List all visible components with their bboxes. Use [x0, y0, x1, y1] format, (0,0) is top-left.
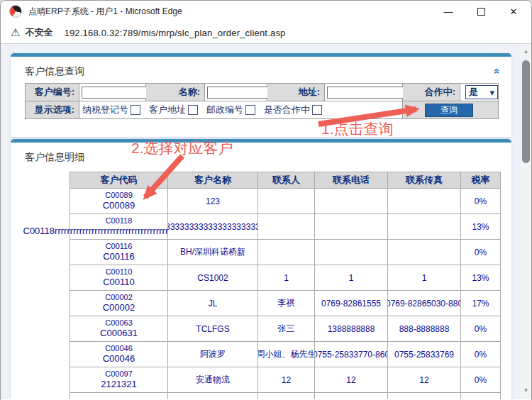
cooperating-label: 合作中:	[403, 84, 460, 101]
security-label[interactable]: 不安全	[25, 26, 52, 39]
option-cooperating-label: 是否合作中	[264, 104, 310, 116]
annotation-step1: 1.点击查询	[321, 119, 394, 139]
option-postcode-label: 邮政编号	[206, 104, 243, 116]
close-icon: ✕	[510, 6, 518, 17]
browser-window: 点晴ERP子系统 - 用户1 - Microsoft Edge — ✕ ⚠ 不安…	[0, 0, 532, 400]
cooperating-checkbox[interactable]	[312, 105, 322, 115]
site-favicon-icon	[9, 5, 22, 18]
name-label: 名称:	[146, 84, 204, 101]
address-label: 地址:	[267, 84, 324, 101]
close-button[interactable]: ✕	[497, 1, 530, 22]
customer-no-label: 客户编号:	[26, 84, 79, 101]
window-title: 点晴ERP子系统 - 用户1 - Microsoft Edge	[28, 6, 182, 18]
scroll-down-icon[interactable]: ▼	[521, 387, 531, 394]
name-input[interactable]	[207, 87, 268, 99]
window-controls: — ✕	[432, 1, 530, 22]
scrollbar-thumb[interactable]	[522, 60, 530, 163]
query-form: 客户编号: 名称: 地址: 合作中: 是 ▾ 显示选项: 纳税登记号 客户地址	[25, 83, 499, 119]
url-text[interactable]: 192.168.0.32:789/mis/mrp/slc_plan_order_…	[64, 28, 285, 38]
option-address-label: 客户地址	[149, 104, 186, 116]
display-options-label: 显示选项:	[26, 101, 79, 118]
query-panel: 客户信息查询 « 客户编号: 名称: 地址: 合作中: 是 ▾ 显示选项:	[11, 53, 511, 137]
scroll-up-icon[interactable]: ▲	[521, 48, 531, 55]
detail-panel-title: 客户信息明细	[25, 151, 84, 164]
tax-reg-checkbox[interactable]	[131, 105, 140, 115]
annotation-step2: 2.选择对应客户	[131, 138, 233, 158]
col-header-code: 客户代码	[70, 172, 167, 188]
collapse-panel-icon[interactable]: «	[491, 68, 503, 74]
chevron-down-icon: ▾	[489, 87, 494, 98]
postcode-checkbox[interactable]	[245, 105, 255, 115]
cooperating-select[interactable]: 是 ▾	[465, 85, 498, 99]
option-tax-reg-label: 纳税登记号	[82, 104, 128, 116]
warning-icon: ⚠	[11, 26, 20, 39]
col-header-phone: 联系电话	[315, 172, 387, 188]
address-input[interactable]	[327, 87, 405, 99]
col-header-contact: 联系人	[258, 172, 314, 188]
maximize-icon	[477, 8, 485, 16]
maximize-button[interactable]	[465, 1, 497, 22]
col-header-name: 客户名称	[168, 172, 257, 188]
customer-no-input[interactable]	[82, 87, 147, 99]
query-panel-title: 客户信息查询	[25, 65, 84, 78]
minimize-button[interactable]: —	[432, 1, 465, 22]
vertical-scrollbar[interactable]: ▲ ▼	[521, 44, 531, 399]
col-header-fax: 联系传真	[388, 172, 460, 188]
cooperating-select-value: 是	[469, 86, 478, 99]
page-content: 客户信息查询 « 客户编号: 名称: 地址: 合作中: 是 ▾ 显示选项:	[1, 44, 531, 399]
minimize-icon: —	[444, 6, 453, 17]
address-bar[interactable]: ⚠ 不安全 192.168.0.32:789/mis/mrp/slc_plan_…	[1, 22, 531, 44]
title-bar: 点晴ERP子系统 - 用户1 - Microsoft Edge — ✕	[1, 1, 531, 22]
display-options-group: 纳税登记号 客户地址 邮政编号 是否合作中	[79, 101, 402, 118]
search-button[interactable]: 查询	[425, 104, 473, 117]
col-header-tax: 税率	[461, 172, 500, 188]
customer-table: 客户代码 客户名称 联系人 联系电话 联系传真 税率 C00089C00089 …	[70, 172, 501, 399]
detail-panel: 客户信息明细 客户代码 客户名称 联系人 联系电话 联系传真 税率 C00089…	[11, 139, 511, 399]
customer-address-checkbox[interactable]	[188, 105, 198, 115]
